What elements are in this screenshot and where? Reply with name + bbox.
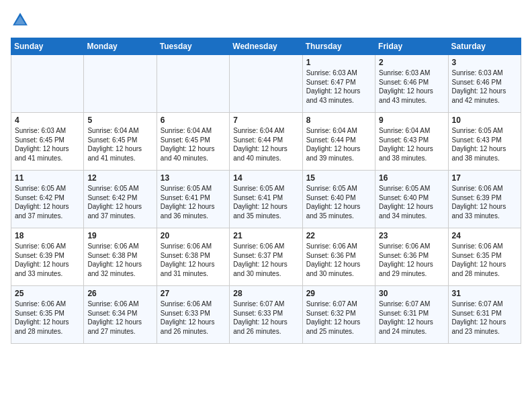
day-cell-8: 8Sunrise: 6:04 AM Sunset: 6:44 PM Daylig… [302,113,375,171]
day-info: Sunrise: 6:06 AM Sunset: 6:36 PM Dayligh… [379,242,444,278]
day-info: Sunrise: 6:04 AM Sunset: 6:44 PM Dayligh… [306,126,371,163]
week-row-4: 18Sunrise: 6:06 AM Sunset: 6:39 PM Dayli… [11,228,521,286]
day-cell-18: 18Sunrise: 6:06 AM Sunset: 6:39 PM Dayli… [11,228,84,286]
day-info: Sunrise: 6:06 AM Sunset: 6:38 PM Dayligh… [161,242,226,278]
day-number: 12 [87,173,152,183]
day-info: Sunrise: 6:07 AM Sunset: 6:31 PM Dayligh… [452,300,517,336]
day-number: 21 [233,231,298,240]
day-cell-5: 5Sunrise: 6:04 AM Sunset: 6:45 PM Daylig… [84,113,157,171]
day-cell-11: 11Sunrise: 6:05 AM Sunset: 6:42 PM Dayli… [11,171,84,228]
day-cell-17: 17Sunrise: 6:06 AM Sunset: 6:39 PM Dayli… [448,171,521,228]
day-info: Sunrise: 6:03 AM Sunset: 6:46 PM Dayligh… [379,68,444,105]
column-header-tuesday: Tuesday [157,38,229,55]
column-header-sunday: Sunday [11,38,84,55]
day-cell-19: 19Sunrise: 6:06 AM Sunset: 6:38 PM Dayli… [84,228,157,286]
day-info: Sunrise: 6:05 AM Sunset: 6:41 PM Dayligh… [233,184,298,220]
day-info: Sunrise: 6:06 AM Sunset: 6:37 PM Dayligh… [233,242,298,278]
day-number: 4 [15,116,80,125]
day-cell-31: 31Sunrise: 6:07 AM Sunset: 6:31 PM Dayli… [448,286,521,344]
day-cell-empty-1 [84,55,157,113]
day-cell-empty-3 [230,55,302,113]
day-info: Sunrise: 6:06 AM Sunset: 6:34 PM Dayligh… [87,300,152,336]
week-row-3: 11Sunrise: 6:05 AM Sunset: 6:42 PM Dayli… [11,171,521,228]
day-cell-28: 28Sunrise: 6:07 AM Sunset: 6:33 PM Dayli… [230,286,302,344]
day-cell-6: 6Sunrise: 6:04 AM Sunset: 6:45 PM Daylig… [157,113,229,171]
day-cell-27: 27Sunrise: 6:06 AM Sunset: 6:33 PM Dayli… [157,286,229,344]
day-info: Sunrise: 6:07 AM Sunset: 6:32 PM Dayligh… [306,300,371,336]
day-number: 24 [452,231,517,240]
day-cell-13: 13Sunrise: 6:05 AM Sunset: 6:41 PM Dayli… [157,171,229,228]
column-header-wednesday: Wednesday [230,38,302,55]
day-cell-23: 23Sunrise: 6:06 AM Sunset: 6:36 PM Dayli… [375,228,448,286]
week-row-1: 1Sunrise: 6:03 AM Sunset: 6:47 PM Daylig… [11,55,521,113]
logo-icon [11,11,30,30]
day-info: Sunrise: 6:03 AM Sunset: 6:45 PM Dayligh… [15,126,80,163]
day-number: 28 [233,289,298,298]
day-number: 18 [15,231,80,240]
day-number: 19 [87,231,152,240]
day-cell-4: 4Sunrise: 6:03 AM Sunset: 6:45 PM Daylig… [11,113,84,171]
day-info: Sunrise: 6:07 AM Sunset: 6:33 PM Dayligh… [233,300,298,336]
day-info: Sunrise: 6:04 AM Sunset: 6:43 PM Dayligh… [379,126,444,163]
day-cell-30: 30Sunrise: 6:07 AM Sunset: 6:31 PM Dayli… [375,286,448,344]
page-header [11,11,521,30]
day-number: 17 [452,173,517,183]
day-number: 7 [233,116,298,125]
day-info: Sunrise: 6:05 AM Sunset: 6:42 PM Dayligh… [15,184,80,220]
day-cell-21: 21Sunrise: 6:06 AM Sunset: 6:37 PM Dayli… [230,228,302,286]
day-number: 14 [233,173,298,183]
day-number: 9 [379,116,444,125]
day-info: Sunrise: 6:03 AM Sunset: 6:47 PM Dayligh… [306,68,371,105]
day-number: 6 [161,116,226,125]
day-cell-14: 14Sunrise: 6:05 AM Sunset: 6:41 PM Dayli… [230,171,302,228]
day-info: Sunrise: 6:05 AM Sunset: 6:40 PM Dayligh… [379,184,444,220]
day-cell-16: 16Sunrise: 6:05 AM Sunset: 6:40 PM Dayli… [375,171,448,228]
day-cell-15: 15Sunrise: 6:05 AM Sunset: 6:40 PM Dayli… [302,171,375,228]
day-info: Sunrise: 6:04 AM Sunset: 6:44 PM Dayligh… [233,126,298,163]
day-cell-29: 29Sunrise: 6:07 AM Sunset: 6:32 PM Dayli… [302,286,375,344]
day-info: Sunrise: 6:05 AM Sunset: 6:40 PM Dayligh… [306,184,371,220]
day-number: 27 [161,289,226,298]
day-info: Sunrise: 6:06 AM Sunset: 6:38 PM Dayligh… [87,242,152,278]
day-number: 3 [452,58,517,67]
day-number: 16 [379,173,444,183]
day-info: Sunrise: 6:06 AM Sunset: 6:35 PM Dayligh… [452,242,517,278]
day-info: Sunrise: 6:04 AM Sunset: 6:45 PM Dayligh… [161,126,226,163]
day-cell-empty-2 [157,55,229,113]
day-info: Sunrise: 6:06 AM Sunset: 6:35 PM Dayligh… [15,300,80,336]
day-number: 8 [306,116,371,125]
day-info: Sunrise: 6:03 AM Sunset: 6:46 PM Dayligh… [452,68,517,105]
column-header-saturday: Saturday [448,38,521,55]
day-cell-12: 12Sunrise: 6:05 AM Sunset: 6:42 PM Dayli… [84,171,157,228]
day-number: 25 [15,289,80,298]
day-number: 30 [379,289,444,298]
day-number: 11 [15,173,80,183]
day-number: 10 [452,116,517,125]
column-header-thursday: Thursday [302,38,375,55]
day-number: 29 [306,289,371,298]
logo [11,11,32,30]
day-number: 5 [87,116,152,125]
day-info: Sunrise: 6:06 AM Sunset: 6:33 PM Dayligh… [161,300,226,336]
day-cell-3: 3Sunrise: 6:03 AM Sunset: 6:46 PM Daylig… [448,55,521,113]
day-number: 23 [379,231,444,240]
day-number: 31 [452,289,517,298]
day-info: Sunrise: 6:04 AM Sunset: 6:45 PM Dayligh… [87,126,152,163]
day-cell-2: 2Sunrise: 6:03 AM Sunset: 6:46 PM Daylig… [375,55,448,113]
day-cell-25: 25Sunrise: 6:06 AM Sunset: 6:35 PM Dayli… [11,286,84,344]
day-cell-10: 10Sunrise: 6:05 AM Sunset: 6:43 PM Dayli… [448,113,521,171]
column-header-friday: Friday [375,38,448,55]
column-header-monday: Monday [84,38,157,55]
day-number: 1 [306,58,371,67]
calendar-table: SundayMondayTuesdayWednesdayThursdayFrid… [11,38,521,344]
day-info: Sunrise: 6:07 AM Sunset: 6:31 PM Dayligh… [379,300,444,336]
week-row-2: 4Sunrise: 6:03 AM Sunset: 6:45 PM Daylig… [11,113,521,171]
day-info: Sunrise: 6:05 AM Sunset: 6:41 PM Dayligh… [161,184,226,220]
day-info: Sunrise: 6:05 AM Sunset: 6:42 PM Dayligh… [87,184,152,220]
day-number: 2 [379,58,444,67]
header-row: SundayMondayTuesdayWednesdayThursdayFrid… [11,38,521,55]
day-cell-7: 7Sunrise: 6:04 AM Sunset: 6:44 PM Daylig… [230,113,302,171]
day-number: 20 [161,231,226,240]
day-cell-26: 26Sunrise: 6:06 AM Sunset: 6:34 PM Dayli… [84,286,157,344]
day-cell-1: 1Sunrise: 6:03 AM Sunset: 6:47 PM Daylig… [302,55,375,113]
